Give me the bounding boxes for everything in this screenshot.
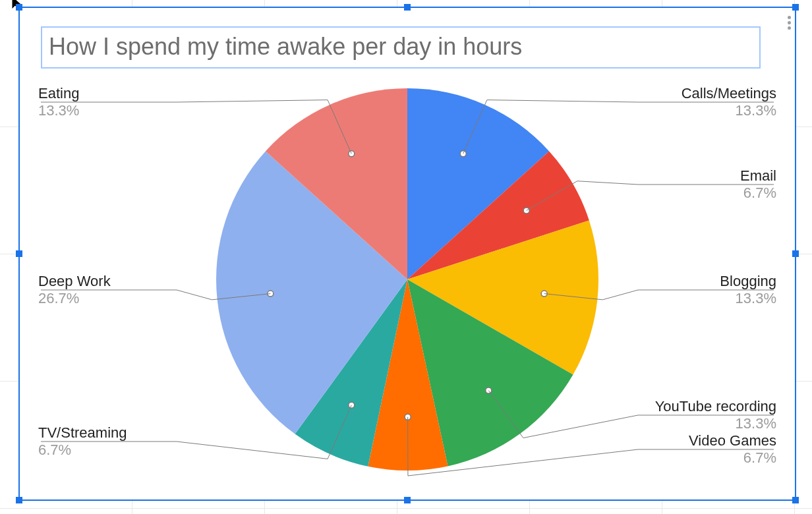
pie-chart: Calls/Meetings13.3%Email6.7%Blogging13.3… [18, 69, 796, 501]
svg-text:6.7%: 6.7% [743, 185, 776, 201]
resize-handle[interactable] [16, 4, 22, 11]
svg-text:Video Games: Video Games [689, 432, 776, 449]
pie-chart-svg: Calls/Meetings13.3%Email6.7%Blogging13.3… [18, 69, 796, 501]
svg-text:6.7%: 6.7% [743, 449, 776, 466]
svg-text:13.3%: 13.3% [38, 102, 79, 119]
slice-label: Eating13.3% [38, 85, 79, 119]
svg-text:Calls/Meetings: Calls/Meetings [682, 85, 776, 101]
svg-point-3 [523, 208, 529, 214]
svg-text:Blogging: Blogging [720, 273, 776, 289]
resize-handle[interactable] [404, 4, 411, 11]
resize-handle[interactable] [792, 4, 799, 11]
svg-text:13.3%: 13.3% [736, 290, 776, 306]
chart-title-input[interactable] [41, 26, 761, 69]
svg-text:Email: Email [740, 167, 776, 184]
svg-text:Eating: Eating [38, 85, 79, 101]
slice-label: Email6.7% [740, 167, 776, 201]
svg-text:6.7%: 6.7% [38, 442, 71, 458]
svg-text:TV/Streaming: TV/Streaming [38, 424, 127, 441]
svg-text:13.3%: 13.3% [736, 102, 776, 119]
chart-menu-button[interactable] [788, 16, 791, 30]
svg-text:YouTube recording: YouTube recording [655, 398, 776, 414]
svg-text:13.3%: 13.3% [736, 415, 776, 432]
svg-text:Deep Work: Deep Work [38, 273, 111, 289]
svg-text:26.7%: 26.7% [38, 290, 79, 306]
chart-object[interactable]: Calls/Meetings13.3%Email6.7%Blogging13.3… [18, 7, 796, 501]
slice-label: Calls/Meetings13.3% [682, 85, 776, 119]
